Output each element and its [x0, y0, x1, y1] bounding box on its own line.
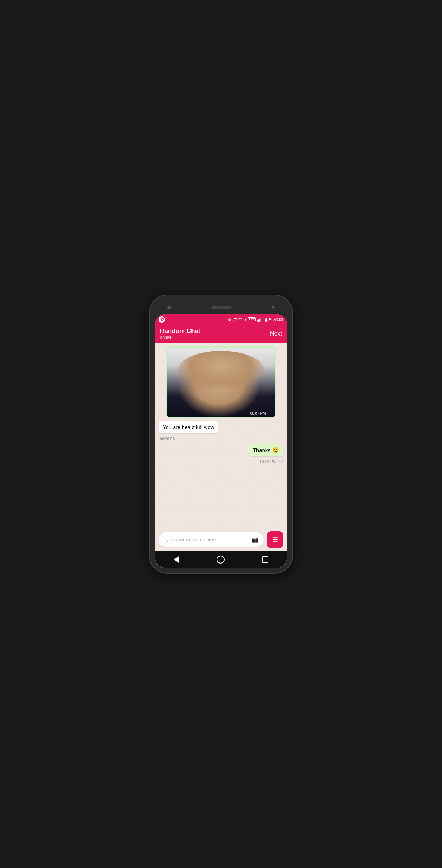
received-timestamp: 08:08 PM: [160, 437, 176, 441]
home-icon: [217, 556, 225, 564]
sent-message-text: Thanks 😊: [253, 447, 279, 453]
back-icon: [174, 556, 179, 563]
recents-icon: [262, 556, 268, 563]
send-icon: ☰: [272, 536, 278, 544]
next-button[interactable]: Next: [270, 330, 282, 337]
phone-speaker: [211, 306, 232, 309]
app-header: Random Chat online Next: [155, 325, 287, 343]
face-art: [167, 348, 275, 417]
recents-button[interactable]: [259, 553, 271, 566]
status-left: ✆: [159, 316, 165, 323]
back-button[interactable]: [171, 553, 182, 566]
signal-bar-1: [257, 317, 261, 322]
sent-bubble: Thanks 😊: [248, 444, 283, 456]
phone-sensor: [272, 306, 275, 309]
message-input-container[interactable]: Type your message here.. 📷: [159, 532, 264, 547]
profile-image-message: 08:07 PM ✓✓: [166, 346, 276, 418]
volte-badge: VOLTE: [233, 318, 244, 321]
sent-check-marks: ✓✓: [277, 459, 283, 464]
input-area: Type your message here.. 📷 ☰: [155, 528, 287, 551]
status-right: ⏰ VOLTE ▾ LTE 8: [228, 317, 283, 322]
camera-icon[interactable]: 📷: [251, 536, 259, 543]
home-button[interactable]: [214, 553, 228, 566]
received-bubble: You are beautiful! wow: [159, 421, 218, 433]
header-left: Random Chat online: [160, 327, 201, 340]
send-button[interactable]: ☰: [267, 531, 283, 548]
alarm-icon: ⏰: [228, 318, 232, 321]
battery-icon: [268, 318, 274, 321]
bottom-nav: [155, 551, 287, 568]
phone-top-bar: [155, 300, 287, 314]
phone-camera: [167, 306, 171, 309]
phone-screen: ✆ ⏰ VOLTE ▾ LTE: [155, 314, 287, 568]
profile-photo: [167, 348, 275, 417]
message-input-placeholder: Type your message here..: [164, 537, 218, 542]
online-status: online: [160, 335, 201, 340]
lte-icon: LTE: [248, 317, 256, 321]
whatsapp-icon: ✆: [159, 316, 165, 323]
clock-display: 8:09: [275, 317, 283, 322]
signal-bar-2: [263, 317, 267, 322]
phone-device: ✆ ⏰ VOLTE ▾ LTE: [150, 295, 292, 573]
status-bar: ✆ ⏰ VOLTE ▾ LTE: [155, 314, 287, 325]
image-timestamp: 08:07 PM ✓✓: [250, 412, 273, 416]
sent-timestamp: 08:08 PM ✓✓: [260, 459, 283, 464]
app-title: Random Chat: [160, 327, 201, 335]
wifi-icon: ▾: [245, 318, 247, 321]
received-message-text: You are beautiful! wow: [163, 424, 214, 430]
check-marks: ✓✓: [267, 412, 273, 416]
chat-area: 08:07 PM ✓✓ You are beautiful! wow 08:08…: [155, 343, 287, 528]
